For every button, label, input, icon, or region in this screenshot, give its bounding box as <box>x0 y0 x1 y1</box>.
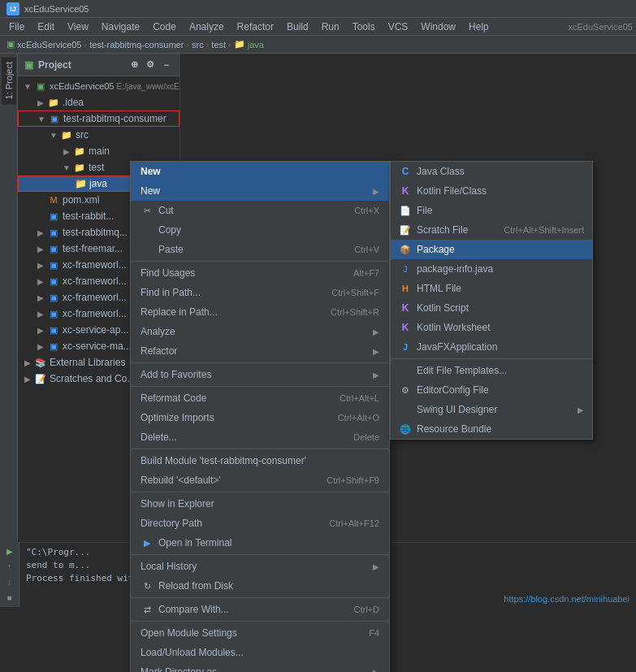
ctx-item-reload-disk[interactable]: ↻ Reload from Disk <box>131 576 389 596</box>
ctx-item-open-module-settings[interactable]: Open Module Settings F4 <box>131 623 389 643</box>
menu-refactor[interactable]: Refactor <box>231 20 279 34</box>
tree-label-freemar: test-freemar... <box>63 243 123 254</box>
ctx-item-open-terminal[interactable]: ▶ Open in Terminal <box>131 533 389 553</box>
ctx-label-add-favorites: Add to Favorites <box>141 369 211 380</box>
ctx-label-local-history: Local History <box>141 561 197 572</box>
expand-arrow-idea: ▶ <box>34 98 47 107</box>
tree-item-idea[interactable]: ▶ 📁 .idea <box>18 94 180 111</box>
menu-code[interactable]: Code <box>147 20 182 34</box>
menu-vcs[interactable]: VCS <box>383 20 414 34</box>
breadcrumb-src[interactable]: src <box>192 40 204 50</box>
ctx-shortcut-paste: Ctrl+V <box>354 245 379 254</box>
submenu-swing-ui[interactable]: Swing UI Designer ▶ <box>391 400 592 419</box>
tree-label-rabbitmq-consumer: test-rabbitmq-consumer <box>63 113 167 124</box>
submenu-kotlin-file[interactable]: K Kotlin File/Class <box>391 181 592 201</box>
ctx-arrow-refactor: ▶ <box>373 347 379 356</box>
ctx-label-dir-path: Directory Path <box>141 518 202 529</box>
submenu-html-file[interactable]: H HTML File <box>391 279 592 298</box>
menu-file[interactable]: File <box>3 20 30 34</box>
run-play-btn[interactable]: ▶ <box>3 545 16 557</box>
ctx-item-mark-dir[interactable]: Mark Directory as ▶ <box>131 662 389 672</box>
module-icon-rabbitmq: ▣ <box>48 112 61 125</box>
ctx-item-paste[interactable]: Paste Ctrl+V <box>131 240 389 259</box>
tree-label-service-ma: xc-service-ma... <box>63 340 132 352</box>
tree-item-main[interactable]: ▶ 📁 main <box>18 143 180 159</box>
ctx-item-add-favorites[interactable]: Add to Favorites ▶ <box>131 365 389 384</box>
submenu-package-info[interactable]: J package-info.java <box>391 259 592 279</box>
ctx-item-replace-path[interactable]: Replace in Path... Ctrl+Shift+R <box>131 302 389 322</box>
submenu-kotlin-script[interactable]: K Kotlin Script <box>391 298 592 318</box>
submenu-scratch-file[interactable]: 📝 Scratch File Ctrl+Alt+Shift+Insert <box>391 220 592 240</box>
ctx-arrow-history: ▶ <box>373 562 379 571</box>
run-stop-btn[interactable]: ■ <box>3 592 16 604</box>
ctx-item-rebuild[interactable]: Rebuild '<default>' Ctrl+Shift+F9 <box>131 470 389 490</box>
submenu-package[interactable]: 📦 Package <box>391 240 592 259</box>
submenu-kotlin-worksheet[interactable]: K Kotlin Worksheet <box>391 318 592 337</box>
ctx-item-analyze[interactable]: Analyze ▶ <box>131 322 389 341</box>
run-down-btn[interactable]: ↓ <box>3 576 16 588</box>
compare-icon: ⇄ <box>141 603 154 616</box>
ctx-label-replace-path: Replace in Path... <box>141 306 218 318</box>
menu-analyze[interactable]: Analyze <box>184 20 230 34</box>
context-menu: New New ▶ ✂ Cut Ctrl+X Copy Paste Ctrl+V… <box>130 161 390 672</box>
ctx-item-load-modules[interactable]: Load/Unload Modules... <box>131 643 389 662</box>
ctx-item-compare[interactable]: ⇄ Compare With... Ctrl+D <box>131 600 389 619</box>
submenu-java-class[interactable]: C Java Class <box>391 162 592 181</box>
menu-build[interactable]: Build <box>281 20 314 34</box>
context-menu-header: New <box>131 162 389 181</box>
module-icon-sma: ▣ <box>47 340 60 353</box>
tree-item-rabbitmq-consumer[interactable]: ▼ ▣ test-rabbitmq-consumer <box>18 111 180 127</box>
submenu-shortcut-scratch: Ctrl+Alt+Shift+Insert <box>504 225 584 235</box>
submenu-edit-templates[interactable]: Edit File Templates... <box>391 361 592 380</box>
ctx-item-copy[interactable]: Copy <box>131 220 389 240</box>
ctx-item-cut[interactable]: ✂ Cut Ctrl+X <box>131 201 389 220</box>
ctx-item-local-history[interactable]: Local History ▶ <box>131 557 389 576</box>
menu-window[interactable]: Window <box>415 20 461 34</box>
menu-help[interactable]: Help <box>463 20 495 34</box>
tree-item-xcEdu[interactable]: ▼ ▣ xcEduService05 E:/java_www/xcEduServ… <box>18 78 180 94</box>
ctx-item-show-explorer[interactable]: Show in Explorer <box>131 494 389 514</box>
ctx-item-reformat[interactable]: Reformat Code Ctrl+Alt+L <box>131 388 389 408</box>
menu-view[interactable]: View <box>62 20 94 34</box>
tab-project[interactable]: 1: Project <box>2 57 16 104</box>
submenu-file[interactable]: 📄 File <box>391 201 592 220</box>
tree-label-ext-libs: External Libraries <box>50 357 125 368</box>
ctx-item-find-path[interactable]: Find in Path... Ctrl+Shift+F <box>131 283 389 302</box>
swing-ui-arrow: ▶ <box>578 405 584 414</box>
ctx-label-copy: Copy <box>158 224 181 236</box>
ctx-label-optimize: Optimize Imports <box>141 412 214 423</box>
breadcrumb-java[interactable]: java <box>248 40 264 50</box>
ctx-item-optimize[interactable]: Optimize Imports Ctrl+Alt+O <box>131 408 389 427</box>
menu-tools[interactable]: Tools <box>347 20 381 34</box>
panel-sync-btn[interactable]: ⊕ <box>128 59 141 72</box>
ctx-shortcut-dir-path: Ctrl+Alt+F12 <box>329 518 379 528</box>
submenu-editorconfig[interactable]: ⚙ EditorConfig File <box>391 380 592 400</box>
submenu-label-resource-bundle: Resource Bundle <box>417 423 491 435</box>
submenu-resource-bundle[interactable]: 🌐 Resource Bundle <box>391 419 592 439</box>
ctx-shortcut-reformat: Ctrl+Alt+L <box>340 393 379 403</box>
panel-minimize-btn[interactable]: − <box>160 59 173 72</box>
breadcrumb-test[interactable]: test <box>211 40 226 50</box>
expand-arrow-fw2: ▶ <box>34 277 47 286</box>
panel-config-btn[interactable]: ⚙ <box>144 59 157 72</box>
tree-label-java: java <box>89 178 107 189</box>
menu-run[interactable]: Run <box>316 20 345 34</box>
ctx-item-new[interactable]: New ▶ <box>131 181 389 201</box>
ctx-item-refactor[interactable]: Refactor ▶ <box>131 341 389 361</box>
ctx-item-find-usages[interactable]: Find Usages Alt+F7 <box>131 263 389 283</box>
menu-edit[interactable]: Edit <box>32 20 60 34</box>
tree-label-test-rabbit: test-rabbit... <box>63 210 114 222</box>
submenu-label-editorconfig: EditorConfig File <box>417 384 489 396</box>
ctx-item-delete[interactable]: Delete... Delete <box>131 427 389 447</box>
menu-navigate[interactable]: Navigate <box>96 20 145 34</box>
submenu-javafx[interactable]: J JavaFXApplication <box>391 337 592 357</box>
expand-arrow-rabbitmq: ▼ <box>35 115 48 124</box>
resource-bundle-icon: 🌐 <box>399 423 412 436</box>
tree-label-service-ap: xc-service-ap... <box>63 324 128 336</box>
ctx-item-dir-path[interactable]: Directory Path Ctrl+Alt+F12 <box>131 514 389 533</box>
breadcrumb-module[interactable]: test-rabbitmq-consumer <box>89 40 184 50</box>
tree-item-src[interactable]: ▼ 📁 src <box>18 127 180 143</box>
run-up-btn[interactable]: ↑ <box>3 561 16 573</box>
breadcrumb-root[interactable]: xcEduService05 <box>17 40 82 50</box>
ctx-item-build-module[interactable]: Build Module 'test-rabbitmq-consumer' <box>131 451 389 470</box>
